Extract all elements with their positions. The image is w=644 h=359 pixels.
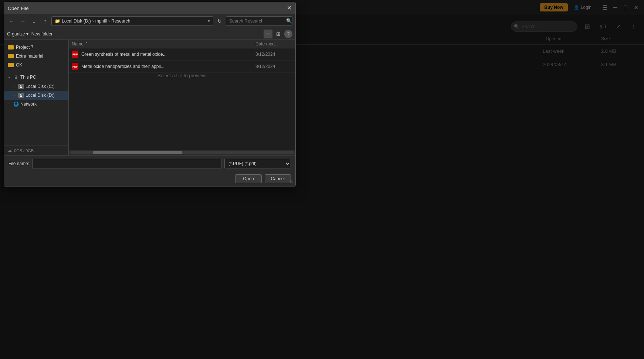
sidebar-item-label: Project 7 [16, 45, 33, 50]
sidebar-item-label: Local Disk (C:) [26, 84, 55, 89]
chevron-right-icon: › [6, 102, 11, 107]
dialog-sidebar: Project 7 Extra material GK ▾ 🖥 This PC [4, 40, 69, 155]
address-part-3: Research [111, 18, 130, 24]
dialog-secondary-toolbar: Organize ▾ New folder ≡ ⊞ ? [4, 28, 295, 40]
address-part-1: Local Disk (D:) [62, 18, 91, 24]
file-date: 8/12/2024 [255, 64, 292, 69]
sidebar-item-this-pc[interactable]: ▾ 🖥 This PC [4, 72, 68, 82]
sidebar-item-label: Network [20, 102, 37, 107]
sidebar-item-local-disk-c[interactable]: › 💾 Local Disk (C:) [4, 82, 68, 91]
sidebar-item-label: GK [16, 62, 22, 68]
sidebar-item-label: Local Disk (D:) [26, 93, 55, 98]
dialog-file-area: Name ⌃ Date mod... PDF Green synthesis o… [69, 40, 295, 155]
dialog-nav-toolbar: ← → ⌄ ↑ 📁 Local Disk (D:) › mphill › Res… [4, 14, 295, 28]
cloud-label: 0GB / 0GB [14, 148, 34, 153]
cloud-storage-info: ☁ 0GB / 0GB [4, 146, 69, 155]
network-icon: 🌐 [13, 102, 19, 107]
view-icons-group: ≡ ⊞ ? [264, 30, 292, 38]
file-date: 8/12/2024 [255, 52, 292, 57]
horizontal-scrollbar[interactable] [69, 150, 295, 155]
resize-handle[interactable]: ⤡ [289, 179, 294, 185]
chevron-right-icon: › [11, 93, 17, 98]
chevron-down-icon: ▾ [6, 75, 11, 80]
organize-label: Organize [7, 31, 25, 37]
new-folder-button[interactable]: New folder [31, 31, 52, 37]
open-file-dialog: Open File ✕ ← → ⌄ ↑ 📁 Local Disk (D:) › … [4, 2, 296, 187]
dialog-bottom-bar: File name: (*.PDF),(*.pdf) [4, 155, 295, 171]
back-button[interactable]: ← [7, 16, 17, 26]
sidebar-item-project7[interactable]: Project 7 [4, 43, 68, 52]
dialog-title: Open File [8, 6, 28, 11]
filetype-select[interactable]: (*.PDF),(*.pdf) [224, 159, 291, 168]
scrollbar-track [70, 151, 294, 154]
col-name-header[interactable]: Name ⌃ [72, 41, 255, 47]
dialog-search-box: 🔍 [226, 16, 292, 26]
dialog-search-icon: 🔍 [286, 18, 292, 24]
col-date-header: Date mod... [255, 41, 292, 47]
quick-access-section: Project 7 Extra material GK [4, 41, 68, 71]
help-button[interactable]: ? [284, 30, 292, 38]
refresh-button[interactable]: ↻ [215, 16, 224, 26]
address-folder-icon: 📁 [55, 18, 60, 24]
address-part-2: mphill [95, 18, 107, 24]
folder-icon [8, 63, 14, 67]
preview-area: Select a file to preview. [69, 73, 295, 78]
cancel-button[interactable]: Cancel [265, 174, 291, 183]
up-button[interactable]: ↑ [40, 16, 50, 26]
dropdown-nav-button[interactable]: ⌄ [29, 16, 39, 26]
preview-text: Select a file to preview. [157, 73, 207, 78]
file-list-header: Name ⌃ Date mod... [69, 40, 295, 48]
file-name-label: File name: [9, 161, 29, 166]
sidebar-item-gk[interactable]: GK [4, 61, 68, 69]
address-separator-1: › [92, 18, 94, 24]
organize-arrow-icon: ▾ [26, 31, 28, 37]
pdf-icon: PDF [72, 51, 78, 58]
open-button[interactable]: Open [235, 174, 261, 183]
dialog-body: Project 7 Extra material GK ▾ 🖥 This PC [4, 40, 295, 155]
drive-icon: 💾 [18, 93, 24, 98]
folder-icon [8, 45, 14, 49]
sidebar-item-label: This PC [20, 75, 36, 80]
sort-icon: ⌃ [85, 41, 88, 47]
list-item[interactable]: PDF Metal oxide nanoparticles and their … [69, 61, 295, 73]
pdf-icon: PDF [72, 63, 78, 70]
folder-icon [8, 54, 14, 58]
list-view-button[interactable]: ≡ [264, 30, 272, 38]
sidebar-item-local-disk-d[interactable]: › 💾 Local Disk (D:) [4, 91, 68, 100]
address-separator-2: › [108, 18, 110, 24]
grid-view-button[interactable]: ⊞ [274, 30, 283, 38]
dialog-titlebar: Open File ✕ [4, 2, 295, 14]
dialog-search-input[interactable] [229, 18, 285, 24]
list-item[interactable]: PDF Green synthesis of metal and metal o… [69, 48, 295, 61]
organize-button[interactable]: Organize ▾ [7, 31, 28, 37]
filename-input[interactable] [32, 159, 221, 168]
file-name: Green synthesis of metal and metal oxide… [81, 52, 252, 57]
scrollbar-thumb[interactable] [93, 151, 182, 154]
address-chevron-icon[interactable]: ▾ [208, 18, 210, 24]
dialog-close-button[interactable]: ✕ [287, 5, 292, 11]
drive-icon: 💾 [18, 84, 24, 89]
tree-section: ▾ 🖥 This PC › 💾 Local Disk (C:) › 💾 Loca… [4, 71, 68, 110]
computer-icon: 🖥 [13, 74, 19, 80]
address-bar[interactable]: 📁 Local Disk (D:) › mphill › Research ▾ [51, 16, 213, 26]
file-name: Metal oxide nanoparticles and their appl… [81, 64, 252, 69]
sidebar-item-network[interactable]: › 🌐 Network [4, 100, 68, 109]
dialog-actions: Open Cancel [4, 171, 295, 186]
forward-button[interactable]: → [18, 16, 28, 26]
sidebar-item-extra-material[interactable]: Extra material [4, 52, 68, 61]
cloud-icon: ☁ [8, 148, 12, 153]
chevron-right-icon: › [11, 84, 17, 89]
sidebar-item-label: Extra material [16, 54, 43, 59]
file-list: PDF Green synthesis of metal and metal o… [69, 48, 295, 150]
